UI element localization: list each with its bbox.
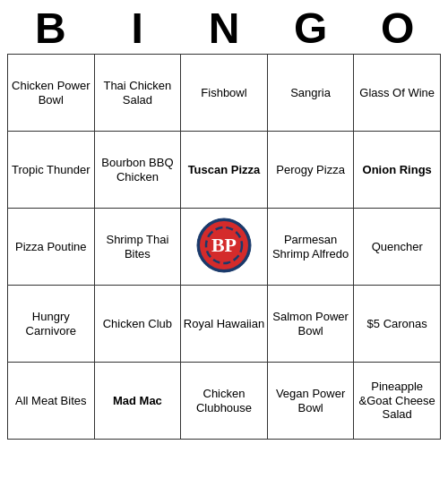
table-row: Bourbon BBQ Chicken (94, 132, 181, 209)
table-row: Salmon Power Bowl (267, 286, 354, 363)
table-row: Chicken Power Bowl (8, 55, 95, 132)
table-row: BP (181, 209, 268, 286)
table-row: Glass Of Wine (354, 55, 441, 132)
table-row: Onion Rings (354, 132, 441, 209)
bingo-grid: Chicken Power BowlThai Chicken SaladFish… (7, 54, 441, 440)
table-row: Vegan Power Bowl (267, 363, 354, 440)
table-row: Thai Chicken Salad (94, 55, 181, 132)
table-row: Shrimp Thai Bites (94, 209, 181, 286)
letter-o: O (358, 7, 437, 50)
table-row: All Meat Bites (8, 363, 95, 440)
table-row: Quencher (354, 209, 441, 286)
table-row: Parmesan Shrimp Alfredo (267, 209, 354, 286)
table-row: Chicken Club (94, 286, 181, 363)
table-row: Chicken Clubhouse (181, 363, 268, 440)
bingo-title: B I N G O (7, 7, 441, 50)
svg-text:BP: BP (211, 234, 237, 256)
letter-n: N (185, 7, 263, 50)
table-row: Perogy Pizza (267, 132, 354, 209)
table-row: Pineapple &Goat Cheese Salad (354, 363, 441, 440)
letter-b: B (11, 7, 90, 50)
letter-g: G (271, 7, 350, 50)
table-row: Pizza Poutine (8, 209, 95, 286)
table-row: Tropic Thunder (8, 132, 95, 209)
table-row: $5 Caronas (354, 286, 441, 363)
table-row: Fishbowl (181, 55, 268, 132)
table-row: Royal Hawaiian (181, 286, 268, 363)
table-row: Tuscan Pizza (181, 132, 268, 209)
letter-i: I (98, 7, 177, 50)
table-row: Hungry Carnivore (8, 286, 95, 363)
table-row: Mad Mac (94, 363, 181, 440)
table-row: Sangria (267, 55, 354, 132)
